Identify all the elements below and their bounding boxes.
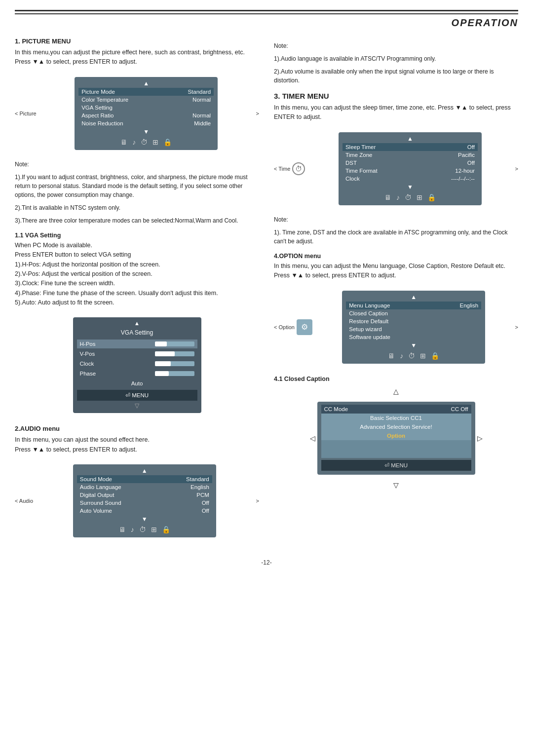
left-column: 1. PICTURE MENU In this menu,you can adj…: [15, 38, 259, 549]
vpos-bar: [155, 351, 194, 356]
timer-arrow-down: ▼: [343, 184, 478, 190]
monitor-icon: 🖥: [120, 138, 127, 146]
option-grid-icon: ⊞: [420, 352, 426, 360]
timer-row-1: Sleep TimerOff: [343, 143, 478, 151]
timer-arrow-up: ▲: [343, 135, 478, 142]
audio-row-1: Sound ModeStandard: [77, 475, 212, 483]
option-icon: ⚙: [297, 319, 312, 335]
hpos-bar: [155, 341, 194, 346]
cc-row-blank2: [321, 449, 471, 458]
timer-arrow-right: >: [515, 166, 518, 172]
audio-grid-icon: ⊞: [151, 526, 157, 533]
picture-note-1: 1).If you want to adjust contrast, brigh…: [15, 173, 259, 199]
option-menu-screen: ▲ Menu LanguageEnglish Closed Caption Re…: [342, 291, 485, 364]
vga-clock-row: Clock: [77, 359, 197, 368]
audio-row-3: Digital OutputPCM: [77, 491, 212, 499]
timer-icon-bar: 🖥 ♪ ⏱ ⊞ 🔒: [343, 193, 478, 201]
picture-menu-title: 1. PICTURE MENU: [15, 38, 259, 45]
cc-header-row: CC ModeCC Off: [321, 405, 471, 414]
right-column: Note: 1).Audio language is available in …: [274, 38, 518, 549]
timer-menu-screen: ▲ Sleep TimerOff Time ZonePacific DSTOff…: [339, 132, 482, 205]
picture-row-4: Aspect RatioNormal: [78, 112, 214, 119]
timer-lock-icon: 🔒: [427, 193, 436, 201]
option-row-4: Setup wizard: [346, 325, 481, 333]
picture-arrow-right: >: [256, 111, 259, 116]
main-layout: 1. PICTURE MENU In this menu,you can adj…: [15, 38, 518, 549]
picture-menu-screen-wrapper: < Picture ▲ Picture ModeStandard Color T…: [15, 72, 259, 155]
picture-note-label: Note:: [15, 160, 259, 169]
cc-screen: CC ModeCC Off Basic Selection CC1 Advanc…: [317, 402, 475, 475]
cc-bottom-nav: ▽: [393, 481, 399, 489]
cc-left-nav: ◁: [310, 434, 315, 442]
picture-menu-section: 1. PICTURE MENU In this menu,you can adj…: [15, 38, 259, 225]
option-icon-bar: 🖥 ♪ ⏱ ⊞ 🔒: [346, 352, 481, 360]
picture-row-3: VGA Setting: [78, 104, 214, 112]
cc-row-basic: Basic Selection CC1: [321, 414, 471, 422]
page-header: OPERATION: [15, 10, 518, 29]
option-row-5: Software update: [346, 333, 481, 341]
vga-screen: ▲ VGA Setting H-Pos V-Pos: [73, 317, 201, 413]
option-row-1: Menu LanguageEnglish: [346, 302, 481, 309]
clock-circle-icon: ⏱: [292, 162, 305, 175]
picture-note-2: 2).Tint is avaliable in NTSC system only…: [15, 203, 259, 212]
audio-music-icon: ♪: [131, 526, 134, 533]
option-side-label: < Option ⚙: [274, 319, 312, 335]
clock-icon-bar: ⏱: [141, 138, 148, 146]
picture-row-1: Picture ModeStandard: [78, 88, 214, 96]
option-menu-desc: In this menu, you can adjust the Menu la…: [274, 262, 518, 281]
audio-menu-title: 2.AUDIO menu: [15, 425, 259, 432]
cc-row-blank1: [321, 440, 471, 449]
timer-menu-title: 3. TIMER MENU: [274, 92, 518, 100]
cc-screen-container: △ ◁ CC ModeCC Off Basic Selection CC1 Ad…: [274, 387, 518, 489]
audio-note-label: Note:: [274, 41, 518, 50]
timer-note-label: Note:: [274, 215, 518, 224]
option-menu-title: 4.OPTION menu: [274, 253, 518, 260]
closed-caption-section: 4.1 Closed Caption △ ◁ CC ModeCC Off Bas…: [274, 376, 518, 489]
audio-arrow-up: ▲: [77, 467, 212, 474]
option-menu-screen-wrapper: < Option ⚙ ▲ Menu LanguageEnglish Closed…: [274, 286, 518, 369]
audio-row-5: Auto VolumeOff: [77, 507, 212, 515]
cc-right-nav: ▷: [477, 434, 483, 442]
option-arrow-up: ▲: [346, 294, 481, 301]
vga-setting-body: When PC Mode is available. Press ENTER b…: [15, 241, 259, 308]
picture-arrow-up: ▲: [78, 80, 214, 87]
picture-row-5: Noise ReductionMiddle: [78, 119, 214, 127]
audio-note-2: 2).Auto volume is available only when th…: [274, 67, 518, 85]
audio-menu-screen-wrapper: < Audio ▲ Sound ModeStandard Audio Langu…: [15, 459, 259, 542]
option-row-3: Restore Default: [346, 317, 481, 325]
audio-row-4: Surround SoundOff: [77, 499, 212, 507]
timer-menu-desc: In this menu, you can adjust the sleep t…: [274, 103, 518, 122]
audio-menu-section: 2.AUDIO menu In this menu, you can ajust…: [15, 425, 259, 542]
timer-menu-screen-wrapper: < Time ⏱ ▲ Sleep TimerOff Time ZonePacif…: [274, 127, 518, 210]
timer-clock-icon: ⏱: [405, 193, 412, 201]
option-menu-section: 4.OPTION menu In this menu, you can adju…: [274, 253, 518, 369]
vga-arrow-down: ▽: [77, 402, 197, 409]
vga-auto: Auto: [77, 379, 197, 388]
closed-caption-title: 4.1 Closed Caption: [274, 376, 518, 382]
option-monitor-icon: 🖥: [388, 352, 395, 360]
timer-row-2: Time ZonePacific: [343, 151, 478, 159]
vga-menu-bar: ⏎ MENU: [77, 390, 197, 401]
audio-clock-icon: ⏱: [139, 526, 146, 533]
audio-notes-section: Note: 1).Audio language is available in …: [274, 41, 518, 85]
music-icon: ♪: [132, 138, 136, 146]
timer-grid-icon: ⊞: [417, 193, 422, 201]
vga-hpos-row: H-Pos: [77, 340, 197, 348]
vga-arrow-up: ▲: [77, 320, 197, 326]
cc-menu-bar: ⏎ MENU: [321, 460, 471, 471]
vga-setting-section: 1.1 VGA Setting When PC Mode is availabl…: [15, 232, 259, 418]
page-title: OPERATION: [15, 17, 518, 29]
picture-menu-desc: In this menu,you can adjust the picture …: [15, 48, 259, 67]
page-number: -12-: [15, 559, 518, 566]
option-lock-icon: 🔒: [431, 352, 439, 360]
timer-row-5: Clock----/--/--:--: [343, 175, 478, 183]
clock-bar: [155, 361, 194, 366]
picture-side-label: < Picture: [15, 111, 37, 116]
vga-screen-wrapper: ▲ VGA Setting H-Pos V-Pos: [15, 312, 259, 418]
phase-bar: [155, 371, 194, 376]
audio-row-2: Audio LanguageEnglish: [77, 483, 212, 491]
lock-icon: 🔒: [163, 138, 172, 146]
option-arrow-down: ▼: [346, 342, 481, 349]
timer-note-1: 1). Time zone, DST and the clock are ava…: [274, 228, 518, 246]
option-music-icon: ♪: [400, 352, 403, 360]
